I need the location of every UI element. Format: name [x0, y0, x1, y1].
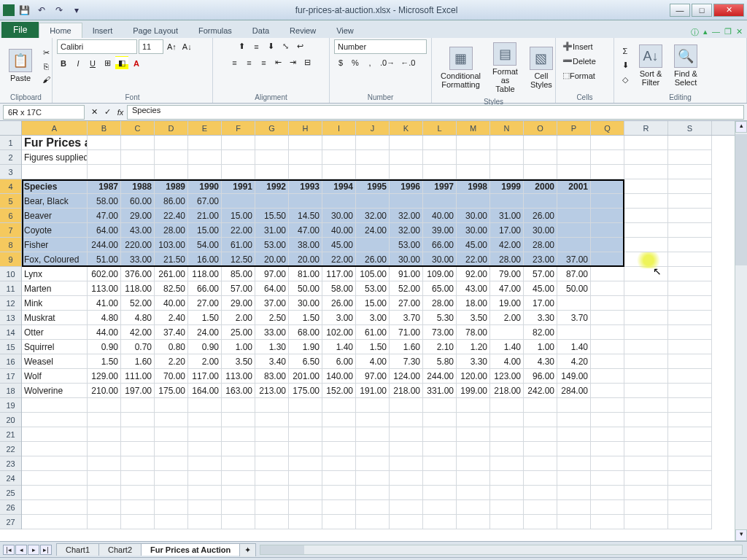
cell[interactable] — [390, 150, 423, 165]
row-header-2[interactable]: 2 — [0, 150, 21, 165]
cell[interactable] — [524, 413, 557, 427]
cell[interactable] — [188, 456, 222, 471]
cell[interactable]: Fur Prices at Auction — [22, 136, 88, 150]
enter-formula-icon[interactable]: ✓ — [101, 105, 114, 119]
cell[interactable]: 1998 — [457, 179, 490, 194]
cell[interactable]: 3.00 — [322, 311, 356, 325]
cell[interactable]: 52.00 — [121, 296, 155, 311]
cell[interactable] — [222, 456, 255, 471]
cell[interactable] — [591, 311, 624, 325]
row-header-1[interactable]: 1 — [0, 136, 21, 150]
cell[interactable] — [624, 136, 668, 150]
cell[interactable]: Marten — [22, 281, 88, 296]
cell[interactable] — [524, 427, 557, 442]
row-header-26[interactable]: 26 — [0, 500, 21, 515]
cell[interactable] — [188, 471, 222, 486]
cell[interactable] — [457, 413, 490, 427]
cell[interactable]: Squirrel — [22, 340, 88, 354]
paste-button[interactable]: 📋Paste — [4, 46, 36, 85]
cell[interactable]: 44.00 — [88, 325, 121, 340]
border-icon[interactable]: ⊞ — [101, 56, 114, 70]
cell[interactable] — [289, 427, 322, 442]
cell[interactable] — [155, 515, 188, 529]
cell[interactable] — [255, 427, 289, 442]
sort-filter-button[interactable]: A↓Sort & Filter — [635, 42, 667, 90]
cell[interactable]: 30.00 — [390, 252, 423, 267]
row-header-17[interactable]: 17 — [0, 369, 21, 384]
cell[interactable] — [88, 150, 121, 165]
col-header-I[interactable]: I — [322, 121, 356, 135]
row-header-25[interactable]: 25 — [0, 486, 21, 500]
fx-icon[interactable]: fx — [114, 106, 127, 119]
row-header-15[interactable]: 15 — [0, 340, 21, 354]
merge-icon[interactable]: ⊟ — [301, 55, 314, 69]
fill-icon[interactable]: ⬇ — [619, 58, 632, 72]
cell[interactable]: 92.00 — [457, 267, 490, 281]
prev-sheet-icon[interactable]: ◂ — [15, 545, 27, 555]
cell[interactable]: 43.00 — [121, 223, 155, 238]
cell[interactable] — [591, 398, 624, 413]
cell[interactable]: 1991 — [222, 179, 255, 194]
col-header-Q[interactable]: Q — [591, 121, 624, 135]
cell[interactable]: 32.00 — [390, 209, 423, 223]
cell[interactable] — [624, 311, 668, 325]
cell[interactable] — [322, 194, 356, 209]
cell[interactable]: 602.00 — [88, 267, 121, 281]
cell[interactable] — [624, 267, 668, 281]
cell[interactable]: 21.50 — [155, 252, 188, 267]
cell[interactable]: 261.00 — [155, 267, 188, 281]
cell[interactable] — [591, 354, 624, 369]
qat-more-icon[interactable]: ▾ — [70, 4, 83, 17]
cell[interactable]: 1.50 — [88, 354, 121, 369]
cell[interactable]: 45.00 — [457, 238, 490, 252]
cell[interactable] — [624, 471, 668, 486]
cell[interactable]: 43.00 — [457, 281, 490, 296]
cell[interactable]: 5.30 — [423, 311, 457, 325]
cell[interactable]: 24.00 — [188, 325, 222, 340]
cell[interactable] — [557, 471, 591, 486]
cell[interactable]: 2.20 — [155, 354, 188, 369]
cell[interactable]: 22.40 — [155, 209, 188, 223]
cell[interactable] — [390, 471, 423, 486]
cell[interactable] — [624, 150, 668, 165]
cell[interactable] — [22, 456, 88, 471]
cell[interactable]: 117.00 — [322, 267, 356, 281]
cell[interactable]: 47.00 — [88, 209, 121, 223]
col-header-N[interactable]: N — [490, 121, 524, 135]
col-header-C[interactable]: C — [121, 121, 155, 135]
cell[interactable] — [322, 486, 356, 500]
cell[interactable]: 54.00 — [188, 238, 222, 252]
cell[interactable] — [490, 515, 524, 529]
cell[interactable]: 175.00 — [289, 384, 322, 398]
cell[interactable] — [155, 165, 188, 179]
cell[interactable] — [591, 442, 624, 456]
cell[interactable] — [289, 136, 322, 150]
cell[interactable]: 28.00 — [524, 238, 557, 252]
cell[interactable] — [289, 398, 322, 413]
cell[interactable] — [591, 413, 624, 427]
cell[interactable] — [557, 223, 591, 238]
cell[interactable]: 27.00 — [188, 296, 222, 311]
cell[interactable] — [423, 500, 457, 515]
autosum-icon[interactable]: Σ — [619, 44, 632, 58]
cell[interactable] — [289, 442, 322, 456]
row-header-24[interactable]: 24 — [0, 471, 21, 486]
cell[interactable]: 3.70 — [390, 311, 423, 325]
cell[interactable]: 123.00 — [490, 369, 524, 384]
cell[interactable]: 30.00 — [289, 296, 322, 311]
col-header-J[interactable]: J — [356, 121, 390, 135]
cell[interactable] — [423, 515, 457, 529]
cell[interactable] — [88, 456, 121, 471]
cell[interactable]: 109.00 — [423, 267, 457, 281]
cell[interactable]: 57.00 — [222, 281, 255, 296]
cell[interactable] — [591, 194, 624, 209]
row-header-16[interactable]: 16 — [0, 354, 21, 369]
cell[interactable]: 42.00 — [490, 238, 524, 252]
cell[interactable]: 284.00 — [557, 384, 591, 398]
col-header-D[interactable]: D — [155, 121, 188, 135]
cell[interactable]: 61.00 — [356, 325, 390, 340]
cell[interactable]: 58.00 — [322, 281, 356, 296]
cell[interactable]: 17.00 — [490, 223, 524, 238]
cell[interactable] — [155, 413, 188, 427]
cell[interactable] — [356, 238, 390, 252]
